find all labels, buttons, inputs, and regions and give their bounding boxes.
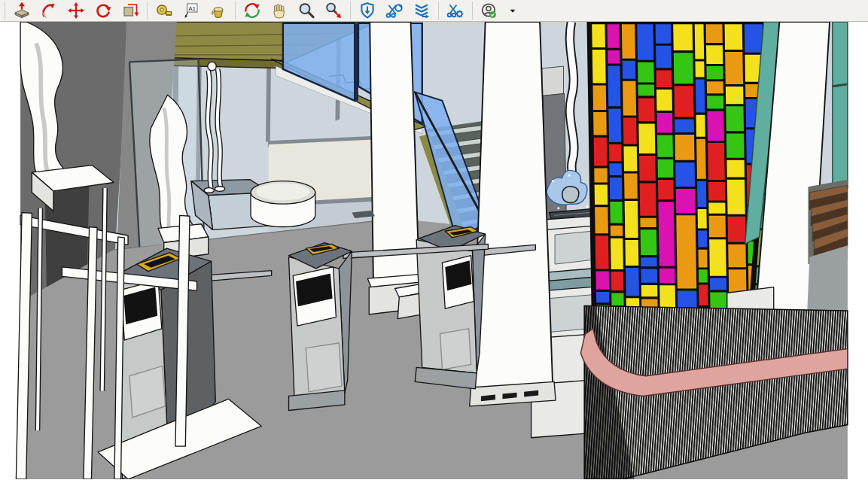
follow-me-button[interactable] [35,0,62,21]
rotate-icon [93,2,113,20]
toolbar-separator [147,2,148,20]
toolbar-buttons: A1 [2,0,522,21]
chevrons-export-icon [412,2,431,20]
zoom-extents-button[interactable] [320,0,347,21]
round-counter [251,181,315,227]
tape-measure-button[interactable] [151,0,178,21]
follow-me-icon [39,2,59,20]
scissors-sync-icon [385,2,404,20]
orbit-icon [242,2,262,20]
rotate-button[interactable] [90,0,117,21]
shield-download-button[interactable] [354,0,381,21]
offset-button[interactable] [117,0,144,21]
toolbar: A1 [0,0,868,22]
toolbar-separator [350,2,351,20]
tape-measure-icon [154,2,174,20]
toolbar-separator [235,2,236,20]
account-icon [480,2,499,20]
account-button[interactable] [476,0,503,21]
scissors-gear-icon [446,2,465,20]
caret-down-button[interactable] [503,0,522,21]
push-pull-icon [12,2,32,20]
offset-icon [120,2,140,20]
toolbar-separator [5,2,5,20]
toolbar-separator [438,2,439,20]
caret-down-icon [507,2,519,20]
svg-text:A1: A1 [188,5,196,12]
push-pull-button[interactable] [8,0,35,21]
pan-button[interactable] [266,0,293,21]
scissors-gear-button[interactable] [442,0,469,21]
zoom-button[interactable] [293,0,320,21]
paint-bucket-icon [209,2,228,20]
text-button[interactable]: A1 [178,0,205,21]
application-window: A1 [0,0,868,480]
zoom-icon [297,2,316,20]
right-staircase [807,180,848,324]
move-button[interactable] [62,0,90,21]
pan-icon [270,2,289,20]
zoom-extents-icon [324,2,343,20]
model-viewport[interactable] [0,22,868,479]
scissors-sync-button[interactable] [381,0,408,21]
chevrons-export-button[interactable] [408,0,435,21]
paint-bucket-button[interactable] [205,0,232,21]
text-icon: A1 [181,2,201,20]
shield-download-icon [358,2,377,20]
orbit-button[interactable] [239,0,266,21]
move-icon [66,2,86,20]
toolbar-separator [472,2,473,20]
